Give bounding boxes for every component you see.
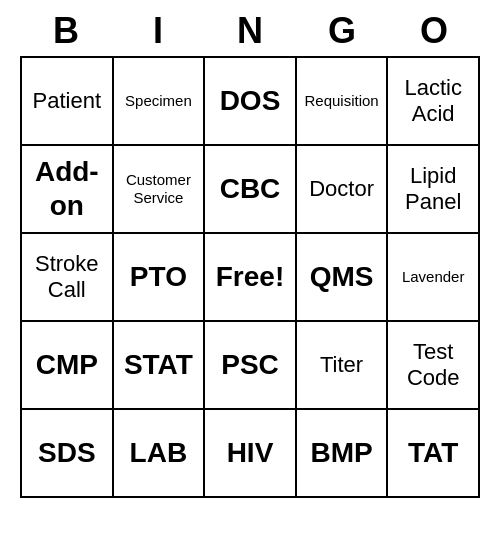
bingo-cell-r3-c0: CMP [22, 322, 114, 410]
bingo-cell-r4-c2: HIV [205, 410, 297, 498]
bingo-cell-r0-c4: Lactic Acid [388, 58, 480, 146]
bingo-cell-r2-c0: Stroke Call [22, 234, 114, 322]
bingo-cell-r1-c4: Lipid Panel [388, 146, 480, 234]
bingo-cell-r3-c1: STAT [114, 322, 206, 410]
bingo-header-letter: I [112, 10, 204, 52]
bingo-cell-r1-c0: Add-on [22, 146, 114, 234]
bingo-cell-r3-c4: Test Code [388, 322, 480, 410]
bingo-cell-r4-c3: BMP [297, 410, 389, 498]
bingo-cell-r0-c0: Patient [22, 58, 114, 146]
bingo-cell-r4-c1: LAB [114, 410, 206, 498]
bingo-cell-r2-c1: PTO [114, 234, 206, 322]
bingo-header-letter: N [204, 10, 296, 52]
bingo-cell-r1-c3: Doctor [297, 146, 389, 234]
bingo-cell-r4-c0: SDS [22, 410, 114, 498]
bingo-cell-r1-c1: Customer Service [114, 146, 206, 234]
bingo-header-letter: B [20, 10, 112, 52]
bingo-cell-r2-c2: Free! [205, 234, 297, 322]
bingo-cell-r3-c2: PSC [205, 322, 297, 410]
bingo-cell-r1-c2: CBC [205, 146, 297, 234]
bingo-cell-r3-c3: Titer [297, 322, 389, 410]
bingo-grid: PatientSpecimenDOSRequisitionLactic Acid… [20, 56, 480, 498]
bingo-header-letter: G [296, 10, 388, 52]
bingo-cell-r4-c4: TAT [388, 410, 480, 498]
bingo-cell-r0-c1: Specimen [114, 58, 206, 146]
bingo-header: BINGO [20, 10, 480, 52]
bingo-header-letter: O [388, 10, 480, 52]
bingo-cell-r2-c4: Lavender [388, 234, 480, 322]
bingo-cell-r0-c3: Requisition [297, 58, 389, 146]
bingo-cell-r0-c2: DOS [205, 58, 297, 146]
bingo-cell-r2-c3: QMS [297, 234, 389, 322]
